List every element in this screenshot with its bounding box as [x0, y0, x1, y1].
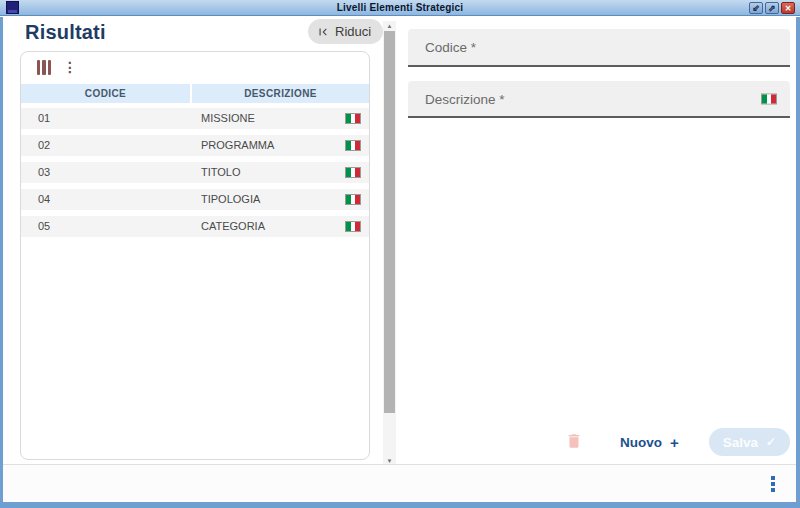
bottom-menu-icon[interactable] — [764, 474, 782, 494]
app-window: Livelli Elementi Strategici ⇙ ⇗ ✕ Risult… — [0, 0, 800, 508]
check-icon: ✓ — [766, 435, 776, 449]
table-toolbar: ⋮ — [21, 52, 369, 84]
cell-codice: 03 — [21, 162, 190, 183]
scroll-up-icon[interactable]: ▲ — [383, 21, 396, 31]
cell-descrizione: PROGRAMMA — [190, 135, 369, 156]
window-titlebar[interactable]: Livelli Elementi Strategici ⇙ ⇗ ✕ — [0, 0, 800, 16]
italian-flag-icon — [345, 194, 361, 205]
cell-codice: 05 — [21, 216, 190, 237]
codice-field-label: Codice * — [425, 40, 476, 55]
columns-icon[interactable] — [37, 60, 51, 75]
table-row[interactable]: 01 MISSIONE — [21, 108, 369, 129]
italian-flag-icon — [345, 140, 361, 151]
results-panel-title: Risultati — [25, 21, 106, 44]
nuovo-button[interactable]: Nuovo + — [604, 428, 695, 456]
collapse-button-label: Riduci — [335, 24, 371, 39]
nuovo-button-label: Nuovo — [620, 435, 662, 450]
italian-flag-icon — [761, 93, 777, 104]
column-header-descrizione[interactable]: DESCRIZIONE — [190, 84, 369, 103]
bottom-bar — [3, 464, 796, 502]
italian-flag-icon — [345, 113, 361, 124]
cell-descrizione: TIPOLOGIA — [190, 189, 369, 210]
table-menu-icon[interactable]: ⋮ — [63, 57, 77, 77]
cell-descrizione: TITOLO — [190, 162, 369, 183]
italian-flag-icon — [345, 221, 361, 232]
close-button[interactable]: ✕ — [781, 2, 795, 14]
form-actions: Nuovo + Salva ✓ — [408, 426, 790, 458]
salva-button[interactable]: Salva ✓ — [709, 428, 790, 456]
cell-descrizione: MISSIONE — [190, 108, 369, 129]
cell-codice: 01 — [21, 108, 190, 129]
table-rows: 01 MISSIONE 02 PROGRAMMA 03 TITOLO 04 TI… — [21, 103, 369, 237]
table-row[interactable]: 04 TIPOLOGIA — [21, 189, 369, 210]
column-header-codice[interactable]: CODICE — [21, 84, 190, 103]
scrollbar-thumb[interactable] — [384, 31, 395, 413]
minimize-button[interactable]: ⇙ — [749, 2, 763, 14]
maximize-button[interactable]: ⇗ — [765, 2, 779, 14]
results-table-card: ⋮ CODICE DESCRIZIONE 01 MISSIONE 02 PROG… — [20, 51, 370, 460]
table-header-row: CODICE DESCRIZIONE — [21, 84, 369, 103]
window-title: Livelli Elementi Strategici — [0, 0, 800, 16]
italian-flag-icon — [345, 167, 361, 178]
window-controls: ⇙ ⇗ ✕ — [749, 2, 795, 14]
plus-icon: + — [670, 434, 679, 451]
vertical-scrollbar[interactable]: ▲ ▼ — [383, 21, 396, 466]
collapse-panel-button[interactable]: Riduci — [308, 19, 383, 44]
delete-button[interactable] — [564, 432, 584, 452]
table-row[interactable]: 02 PROGRAMMA — [21, 135, 369, 156]
table-row[interactable]: 05 CATEGORIA — [21, 216, 369, 237]
descrizione-field-label: Descrizione * — [425, 91, 505, 106]
collapse-left-icon — [316, 25, 330, 39]
salva-button-label: Salva — [723, 435, 758, 450]
table-row[interactable]: 03 TITOLO — [21, 162, 369, 183]
cell-codice: 04 — [21, 189, 190, 210]
cell-descrizione: CATEGORIA — [190, 216, 369, 237]
cell-codice: 02 — [21, 135, 190, 156]
trash-icon — [565, 432, 583, 450]
window-body: Risultati Riduci ⋮ CODICE DESCRIZIONE 01… — [0, 17, 800, 508]
codice-field[interactable]: Codice * — [408, 29, 790, 67]
descrizione-field[interactable]: Descrizione * — [408, 81, 790, 118]
